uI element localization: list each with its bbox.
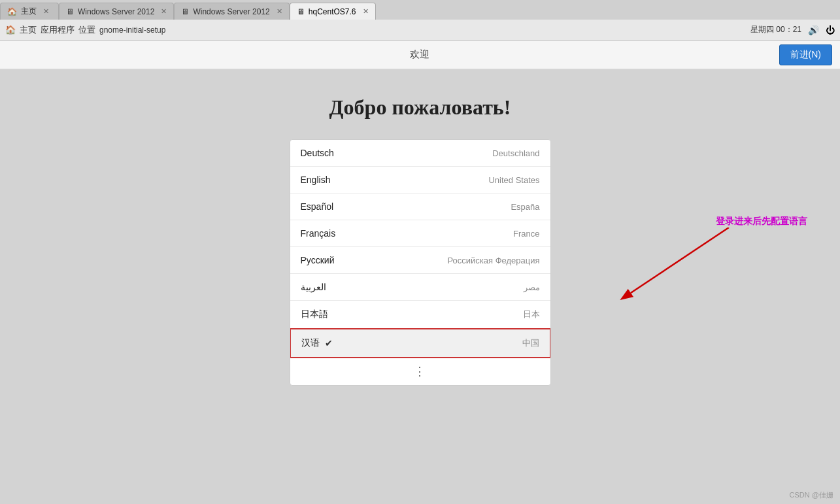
language-row-japanese[interactable]: 日本語 日本	[290, 301, 550, 329]
tab-win2-label: Windows Server 2012	[193, 7, 269, 16]
full-page: 🏠 主页 ✕ 🖥 Windows Server 2012 ✕ 🖥 Windows…	[0, 0, 840, 504]
tab-win1[interactable]: 🖥 Windows Server 2012 ✕	[59, 3, 174, 20]
language-row-espanol[interactable]: Español España	[290, 193, 550, 220]
language-region-english: United States	[488, 175, 539, 185]
tab-home-icon: 🏠	[7, 7, 17, 16]
tab-hq[interactable]: 🖥 hqCentOS7.6 ✕	[290, 3, 376, 20]
page-header: 欢迎 前进(N)	[0, 41, 840, 69]
tab-bar: 🏠 主页 ✕ 🖥 Windows Server 2012 ✕ 🖥 Windows…	[0, 0, 840, 20]
check-mark-icon: ✔	[325, 338, 333, 348]
language-region-espanol: España	[511, 202, 539, 212]
annotation-arrow	[611, 227, 742, 306]
next-button[interactable]: 前进(N)	[779, 44, 832, 65]
annotation-text: 登录进来后先配置语言	[716, 216, 807, 227]
language-row-francais[interactable]: Français France	[290, 220, 550, 247]
language-name-francais: Français	[301, 228, 336, 239]
tab-hq-label: hqCentOS7.6	[309, 7, 356, 16]
page-title: 欢迎	[282, 48, 557, 61]
language-region-francais: France	[513, 229, 539, 239]
more-languages-row[interactable]: ⋮	[290, 358, 550, 385]
language-row-chinese[interactable]: 汉语 ✔ 中国	[290, 328, 551, 358]
address-bar: 🏠 主页 应用程序 位置 gnome-initial-setup 星期四 00：…	[0, 20, 840, 41]
power-icon[interactable]: ⏻	[826, 25, 835, 35]
annotation-container: 登录进来后先配置语言	[716, 216, 807, 230]
datetime-display: 星期四 00：21	[750, 24, 801, 35]
welcome-heading: Добро пожаловать!	[329, 95, 511, 120]
tab-win1-icon: 🖥	[66, 7, 74, 16]
header-right: 前进(N)	[558, 44, 832, 65]
tab-win2-close[interactable]: ✕	[277, 7, 282, 16]
language-region-russian: Российская Федерация	[447, 256, 539, 265]
home-nav-icon[interactable]: 🏠	[5, 25, 16, 35]
language-name-japanese: 日本語	[301, 309, 328, 320]
system-controls: 星期四 00：21 🔊 ⏻	[750, 24, 835, 35]
tab-home-label: 主页	[21, 6, 37, 17]
language-row-russian[interactable]: Русский Российская Федерация	[290, 247, 550, 274]
tab-hq-icon: 🖥	[297, 7, 305, 16]
watermark: CSDN @佳姗	[790, 490, 833, 500]
language-name-chinese: 汉语 ✔	[301, 337, 333, 349]
language-row-deutsch[interactable]: Deutsch Deutschland	[290, 140, 550, 167]
language-region-arabic: مصر	[524, 282, 540, 292]
language-name-russian: Русский	[301, 255, 335, 265]
tab-win1-label: Windows Server 2012	[78, 7, 154, 16]
more-dots-icon: ⋮	[414, 364, 427, 378]
tab-hq-close[interactable]: ✕	[363, 7, 369, 16]
language-row-arabic[interactable]: العربية مصر	[290, 274, 550, 301]
svg-line-1	[631, 227, 729, 293]
address-bar-left: 🏠 主页 应用程序 位置 gnome-initial-setup	[5, 24, 165, 36]
language-name-deutsch: Deutsch	[301, 148, 334, 158]
tab-home-close[interactable]: ✕	[43, 7, 49, 16]
tab-win1-close[interactable]: ✕	[161, 7, 167, 16]
language-name-espanol: Español	[301, 201, 334, 212]
language-region-japanese: 日本	[523, 309, 540, 320]
tab-home[interactable]: 🏠 主页 ✕	[0, 3, 59, 20]
language-name-arabic: العربية	[301, 282, 326, 292]
apps-nav-label[interactable]: 应用程序	[41, 24, 75, 36]
volume-icon[interactable]: 🔊	[808, 25, 819, 35]
location-nav-label[interactable]: 位置	[78, 24, 95, 36]
tab-win2-icon: 🖥	[181, 7, 189, 16]
home-nav-label[interactable]: 主页	[20, 24, 37, 36]
language-region-deutsch: Deutschland	[492, 148, 539, 158]
path-label: gnome-initial-setup	[99, 25, 165, 35]
language-region-chinese: 中国	[522, 337, 539, 349]
language-list: Deutsch Deutschland English United State…	[290, 139, 551, 386]
tab-win2[interactable]: 🖥 Windows Server 2012 ✕	[174, 3, 289, 20]
language-name-english: English	[301, 175, 331, 185]
language-row-english[interactable]: English United States	[290, 167, 550, 193]
